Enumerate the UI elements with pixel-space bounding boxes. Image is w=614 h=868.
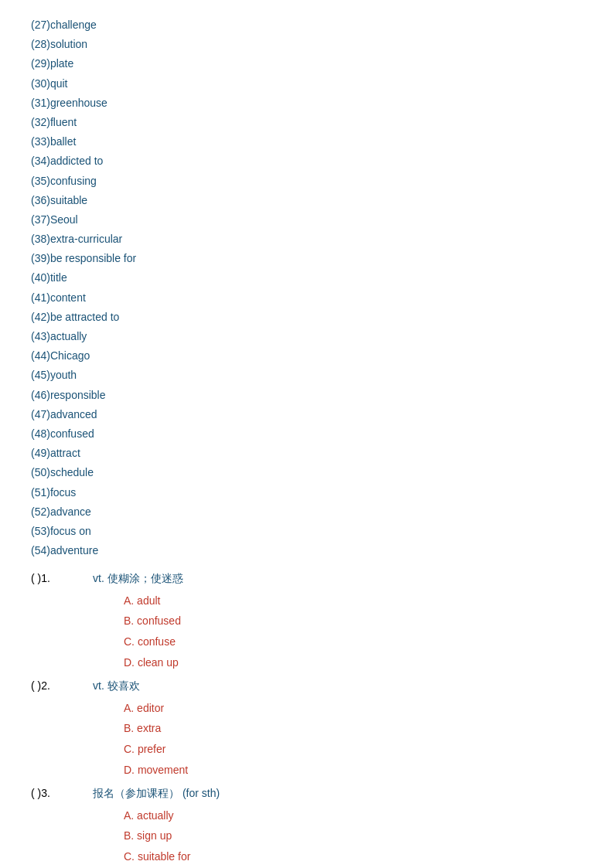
quiz-option: C. confuse xyxy=(124,631,583,652)
quiz-question: ( )3.报名（参加课程） (for sth)A. actuallyB. sig… xyxy=(31,783,583,868)
vocab-item: (42)be attracted to xyxy=(31,308,583,327)
quiz-options: A. actuallyB. sign upC. suitable forD. a… xyxy=(124,805,583,868)
quiz-option: A. adult xyxy=(124,591,583,611)
vocab-item: (36)suitable xyxy=(31,191,583,210)
vocabulary-list: (27)challenge(28)solution(29)plate(30)qu… xyxy=(31,15,583,560)
vocab-item: (54)adventure xyxy=(31,541,583,560)
vocab-item: (32)fluent xyxy=(31,113,583,132)
vocab-item: (41)content xyxy=(31,288,583,308)
quiz-number: ( )2. xyxy=(31,676,93,696)
quiz-question: ( )2.vt. 较喜欢A. editorB. extraC. preferD.… xyxy=(31,676,583,780)
vocab-item: (38)extra-curricular xyxy=(31,230,583,249)
quiz-section: ( )1.vt. 使糊涂；使迷惑A. adultB. confusedC. co… xyxy=(31,568,583,868)
quiz-option: D. clean up xyxy=(124,652,583,673)
vocab-item: (33)ballet xyxy=(31,132,583,151)
quiz-option: A. actually xyxy=(124,805,583,826)
vocab-item: (44)Chicago xyxy=(31,346,583,366)
vocab-item: (37)Seoul xyxy=(31,210,583,230)
vocab-item: (31)greenhouse xyxy=(31,94,583,113)
quiz-options: A. adultB. confusedC. confuseD. clean up xyxy=(124,591,583,672)
vocab-item: (48)confused xyxy=(31,424,583,444)
quiz-option: A. editor xyxy=(124,698,583,719)
vocab-item: (34)addicted to xyxy=(31,151,583,171)
quiz-text: vt. 较喜欢 xyxy=(93,676,140,696)
quiz-options: A. editorB. extraC. preferD. movement xyxy=(124,698,583,780)
vocab-item: (47)advanced xyxy=(31,405,583,424)
quiz-option: C. suitable for xyxy=(124,846,583,867)
vocab-item: (50)schedule xyxy=(31,463,583,482)
vocab-item: (45)youth xyxy=(31,366,583,385)
vocab-item: (53)focus on xyxy=(31,522,583,541)
vocab-item: (39)be responsible for xyxy=(31,249,583,268)
vocab-item: (51)focus xyxy=(31,483,583,502)
quiz-option: B. confused xyxy=(124,611,583,631)
vocab-item: (40)title xyxy=(31,268,583,288)
quiz-option: D. movement xyxy=(124,760,583,781)
vocab-item: (52)advance xyxy=(31,502,583,522)
vocab-item: (28)solution xyxy=(31,35,583,54)
vocab-item: (35)confusing xyxy=(31,172,583,191)
quiz-text: 报名（参加课程） (for sth) xyxy=(93,783,220,804)
vocab-item: (49)attract xyxy=(31,444,583,463)
vocab-item: (43)actually xyxy=(31,327,583,346)
quiz-number: ( )3. xyxy=(31,783,93,804)
vocab-item: (29)plate xyxy=(31,54,583,73)
quiz-text: vt. 使糊涂；使迷惑 xyxy=(93,568,183,589)
quiz-option: B. sign up xyxy=(124,825,583,846)
vocab-item: (30)quit xyxy=(31,74,583,94)
quiz-option: B. extra xyxy=(124,718,583,739)
vocab-item: (46)responsible xyxy=(31,386,583,405)
vocab-item: (27)challenge xyxy=(31,15,583,35)
quiz-number: ( )1. xyxy=(31,568,93,589)
quiz-option: C. prefer xyxy=(124,739,583,760)
quiz-question: ( )1.vt. 使糊涂；使迷惑A. adultB. confusedC. co… xyxy=(31,568,583,672)
